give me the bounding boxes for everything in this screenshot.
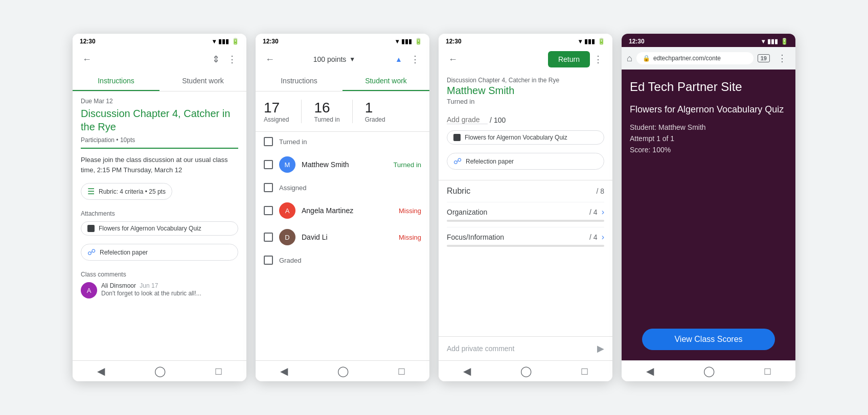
stat-divider-2 xyxy=(352,100,353,123)
back-button-3[interactable]: ← xyxy=(445,51,461,67)
signal-icon: ▮▮▮ xyxy=(218,38,229,45)
browser-bar: ⌂ 🔒 edtechpartner.com/conte 19 ⋮ xyxy=(622,47,795,70)
student-status-matthew: Turned in xyxy=(394,161,421,169)
comment-date: Jun 17 xyxy=(140,282,158,289)
send-icon[interactable]: ▶ xyxy=(597,343,604,354)
drive-button[interactable]: ▲ xyxy=(391,51,407,67)
attachment-quiz-1[interactable]: Flowers for Algernon Vocabulary Quiz xyxy=(81,221,238,236)
tab-student-work-2[interactable]: Student work xyxy=(342,72,429,91)
chevron-icon-1: › xyxy=(602,208,604,217)
section-turnedin-header: Turned in xyxy=(256,132,429,151)
attachment-quiz-label-1: Flowers for Algernon Vocabulary Quiz xyxy=(99,225,201,232)
rubric-item-organization[interactable]: Organization / 4 › xyxy=(447,202,604,227)
checkbox-section-ti[interactable] xyxy=(264,137,273,146)
s1-body: Due Mar 12 Discussion Chapter 4, Catcher… xyxy=(73,91,246,360)
top-bar-3: ← Return ⋮ xyxy=(439,47,612,72)
more-button-1[interactable]: ⋮ xyxy=(224,51,240,67)
more-button-2[interactable]: ⋮ xyxy=(407,51,423,67)
grade-input[interactable] xyxy=(447,116,488,124)
rubric-label: Rubric: 4 criteria • 25 pts xyxy=(99,188,166,195)
nav-home-3[interactable]: ◯ xyxy=(520,365,532,377)
status-icons-1: ▾ ▮▮▮ 🔋 xyxy=(213,38,239,45)
s4-site-title: Ed Tech Partner Site xyxy=(630,80,787,94)
tab-count[interactable]: 19 xyxy=(758,54,770,62)
share-button-1[interactable]: ⇕ xyxy=(208,51,224,67)
section-graded-label: Graded xyxy=(279,257,301,264)
screen2-phone: 12:30 ▾ ▮▮▮ 🔋 ← 100 points ▼ ▲ ⋮ Instruc… xyxy=(256,34,429,381)
return-button[interactable]: Return xyxy=(548,51,590,67)
view-scores-button[interactable]: View Class Scores xyxy=(642,329,775,350)
more-button-3[interactable]: ⋮ xyxy=(590,51,606,67)
checkbox-section-gr[interactable] xyxy=(264,256,273,265)
tabs-1: Instructions Student work xyxy=(73,72,246,91)
grade-row: / 100 xyxy=(439,116,612,124)
student-status-angela: Missing xyxy=(399,207,421,215)
url-bar[interactable]: 🔒 edtechpartner.com/conte xyxy=(636,52,753,64)
stat-divider-1 xyxy=(301,100,302,123)
rubric-chip[interactable]: ☰ Rubric: 4 criteria • 25 pts xyxy=(81,183,172,200)
rubric-item-focus[interactable]: Focus/Information / 4 › xyxy=(447,227,604,252)
checkbox-angela[interactable] xyxy=(264,206,273,215)
rubric-item2-pts: / 4 › xyxy=(589,233,604,242)
status-icons-2: ▾ ▮▮▮ 🔋 xyxy=(396,38,422,45)
battery-icon-3: 🔋 xyxy=(598,38,605,45)
wifi-icon-4: ▾ xyxy=(762,38,765,45)
checkbox-david[interactable] xyxy=(264,233,273,242)
tab-instructions-2[interactable]: Instructions xyxy=(256,72,342,91)
nav-back-4[interactable]: ◀ xyxy=(646,365,654,377)
s3-student-status: Turned in xyxy=(447,98,604,105)
nav-recent-2[interactable]: □ xyxy=(398,365,404,377)
nav-bar-1: ◀ ◯ □ xyxy=(73,360,246,381)
student-row-matthew[interactable]: M Matthew Smith Turned in xyxy=(256,151,429,178)
comment-bar[interactable]: Add private comment ▶ xyxy=(439,336,612,360)
rubric-total-pts: / 8 xyxy=(596,187,604,195)
browser-home-icon[interactable]: ⌂ xyxy=(627,53,632,64)
nav-recent-1[interactable]: □ xyxy=(215,365,221,377)
rubric-icon: ☰ xyxy=(87,187,95,196)
signal-icon-4: ▮▮▮ xyxy=(767,38,778,45)
stat-turnedin-num: 16 xyxy=(314,100,330,116)
rubric-title: Rubric xyxy=(447,187,470,196)
back-button-2[interactable]: ← xyxy=(262,51,278,67)
nav-back-3[interactable]: ◀ xyxy=(463,365,471,377)
url-text: edtechpartner.com/conte xyxy=(653,55,721,62)
nav-bar-3: ◀ ◯ □ xyxy=(439,360,612,381)
tab-student-work-1[interactable]: Student work xyxy=(159,72,246,91)
tabs-2: Instructions Student work xyxy=(256,72,429,91)
time-2: 12:30 xyxy=(263,38,279,45)
battery-icon-2: 🔋 xyxy=(415,38,422,45)
student-row-angela[interactable]: A Angela Martinez Missing xyxy=(256,197,429,224)
attachments-label: Attachments xyxy=(81,210,238,217)
nav-back-2[interactable]: ◀ xyxy=(280,365,288,377)
battery-icon: 🔋 xyxy=(232,38,239,45)
attachment-quiz-s3[interactable]: Flowers for Algernon Vocabulary Quiz xyxy=(447,130,604,145)
nav-home-4[interactable]: ◯ xyxy=(703,365,715,377)
doc-icon-s3: ☍ xyxy=(453,156,462,166)
student-name-matthew: Matthew Smith xyxy=(302,160,387,169)
wifi-icon-3: ▾ xyxy=(579,38,582,45)
checkbox-matthew[interactable] xyxy=(264,160,273,169)
pts-line: Participation • 10pts xyxy=(81,136,238,144)
nav-recent-4[interactable]: □ xyxy=(764,365,770,377)
checkbox-section-as[interactable] xyxy=(264,183,273,192)
quiz-icon-1 xyxy=(87,225,95,232)
student-name-david: David Li xyxy=(302,233,393,241)
nav-back-1[interactable]: ◀ xyxy=(97,365,105,377)
nav-home-2[interactable]: ◯ xyxy=(337,365,349,377)
student-list: Turned in M Matthew Smith Turned in Assi… xyxy=(256,132,429,360)
commenter-avatar: A xyxy=(81,282,97,298)
status-bar-1: 12:30 ▾ ▮▮▮ 🔋 xyxy=(73,34,246,47)
back-button-1[interactable]: ← xyxy=(79,51,95,67)
nav-recent-3[interactable]: □ xyxy=(581,365,587,377)
tab-instructions-1[interactable]: Instructions xyxy=(73,72,159,91)
student-row-david[interactable]: D David Li Missing xyxy=(256,224,429,250)
browser-more-button[interactable]: ⋮ xyxy=(774,50,790,66)
nav-home-1[interactable]: ◯ xyxy=(154,365,166,377)
attachment-doc-1[interactable]: ☍ Refelection paper xyxy=(81,244,238,261)
rubric-section: Rubric / 8 Organization / 4 › Fo xyxy=(439,180,612,252)
attachment-doc-s3[interactable]: ☍ Refelection paper xyxy=(447,153,604,170)
screen1-content: Due Mar 12 Discussion Chapter 4, Catcher… xyxy=(73,91,246,360)
stat-graded-num: 1 xyxy=(365,100,373,116)
comment-row-1: A Ali Dinsmoor Jun 17 Don't forget to lo… xyxy=(81,282,238,298)
rubric-header: Rubric / 8 xyxy=(447,180,604,202)
